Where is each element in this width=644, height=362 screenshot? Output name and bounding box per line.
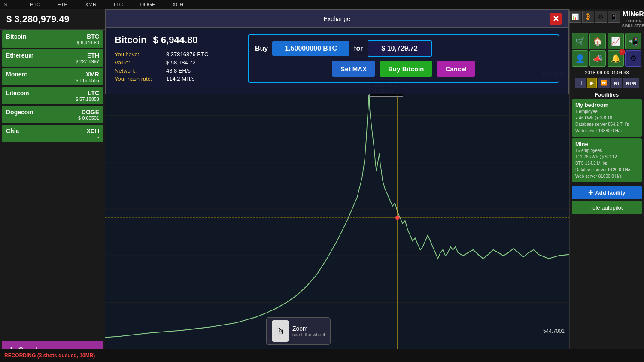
gear-icon: ⚙ [595, 11, 607, 23]
balance-amount: $ 3,280,979.49 [6, 14, 99, 25]
recording-text: RECORDING (3 shots queued, 10MB) [4, 353, 95, 359]
nav-eth[interactable]: ETH [58, 2, 68, 8]
you-have-value: 8.37816876 BTC [166, 51, 208, 58]
bedroom-employees: 1 employee [575, 108, 638, 115]
buy-label: Buy [255, 45, 268, 52]
price-chart [105, 69, 569, 349]
gear-settings-btn[interactable]: ⚙ [625, 50, 641, 67]
garage-icon-btn[interactable]: 🏠 [589, 33, 606, 49]
mine-employees: 16 employees [575, 147, 638, 154]
hash-rate-value: 114.2 MH/s [166, 76, 194, 82]
nav-ltc[interactable]: LTC [114, 2, 123, 8]
right-sidebar: 📊 ₿ ⚙ 📱 CRYPTO MiNeR TYCOON SIMULATOR 🛒 … [569, 0, 644, 362]
mine-power: 111.76 kWh @ $ 0.12 [575, 154, 638, 160]
exchange-header: Exchange ✕ [106, 10, 568, 28]
nav-doge[interactable]: DOGE [140, 2, 155, 8]
logo-icons: 📊 ₿ ⚙ 📱 [569, 11, 620, 23]
crypto-bitcoin[interactable]: Bitcoin BTC $ 6,944.80 [2, 30, 103, 48]
chart-container: 19,074.83 544.7001 [105, 69, 569, 349]
idle-autopilot-button[interactable]: Idle autopilot [572, 201, 642, 214]
cancel-button[interactable]: Cancel [437, 61, 475, 77]
buy-panel: Buy 1.50000000 BTC for $ 10,729.72 Set M… [248, 34, 559, 83]
set-max-button[interactable]: Set MAX [332, 61, 375, 77]
value-label: Value: [115, 59, 162, 66]
fast-forward-button[interactable]: ⏩ [598, 78, 610, 88]
zoom-mouse-icon: 🖱 [272, 320, 289, 342]
speed-controls: ⏸ ▶ ⏩ ⏭ ⏭⏭ [572, 78, 642, 88]
bottom-bar: RECORDING (3 shots queued, 10MB) [0, 349, 644, 362]
value-row: Value: $ 58,184.72 [115, 59, 235, 66]
shop-icon-btn[interactable]: 🛒 [572, 33, 588, 49]
nav-btc[interactable]: BTC [30, 2, 40, 8]
coin-price: $ 6,944.80 [153, 34, 198, 46]
mobile-icon-btn[interactable]: 📲 [625, 33, 641, 49]
notification-badge: 1 [619, 49, 625, 55]
buy-row: Buy 1.50000000 BTC for $ 10,729.72 [255, 40, 552, 57]
chart-icon: 📊 [569, 11, 581, 23]
zoom-subtitle: scroll the wheel [292, 332, 325, 337]
network-label: Network: [115, 67, 162, 74]
settings-icon-btn[interactable]: 🔔 1 [608, 50, 624, 67]
for-label: for [354, 45, 363, 52]
close-button[interactable]: ✕ [550, 13, 562, 25]
person-icon-btn[interactable]: 👤 [572, 50, 588, 67]
datetime-display: 2018-09-06 04:04:33 [572, 70, 642, 75]
balance-display: $ 3,280,979.49 [0, 9, 105, 30]
facility-mine-details: 16 employees 111.76 kWh @ $ 0.12 BTC 114… [575, 147, 638, 179]
bedroom-db: Database server 864.2 TH/s [575, 121, 638, 128]
hash-rate-row: Your hash rate: 114.2 MH/s [115, 76, 235, 82]
nav-balance[interactable]: $ ... [4, 2, 13, 8]
pause-button[interactable]: ⏸ [575, 78, 586, 88]
play-button[interactable]: ▶ [587, 78, 597, 88]
coin-info: Bitcoin $ 6,944.80 You have: 8.37816876 … [115, 34, 235, 83]
exchange-dialog: Exchange ✕ Bitcoin $ 6,944.80 You have: … [105, 9, 569, 94]
chart-bottom-value: 544.7001 [543, 328, 565, 334]
megaphone-icon-btn[interactable]: 📣 [589, 50, 606, 67]
add-facility-button[interactable]: ✚ Add facility [572, 186, 642, 199]
crypto-ethereum[interactable]: Ethereum ETH $ 227.8997 [2, 49, 103, 67]
facility-bedroom-details: 1 employee 7.46 kWh @ $ 0.10 Database se… [575, 108, 638, 134]
zoom-tooltip: 🖱 Zoom scroll the wheel [266, 317, 331, 345]
crypto-chia[interactable]: Chia XCH - [2, 125, 103, 142]
top-nav: $ ... BTC ETH XMR LTC DOGE XCH [0, 0, 644, 9]
coin-name: Bitcoin [115, 34, 147, 46]
you-have-row: You have: 8.37816876 BTC [115, 51, 235, 58]
exchange-body: Bitcoin $ 6,944.80 You have: 8.37816876 … [106, 28, 568, 89]
buy-bitcoin-button[interactable]: Buy Bitcoin [380, 61, 432, 77]
exchange-title: Exchange [125, 15, 550, 22]
usd-amount-display: $ 10,729.72 [368, 40, 432, 57]
left-sidebar: $ 3,280,979.49 Bitcoin BTC $ 6,944.80 Et… [0, 9, 105, 362]
faster-forward-button[interactable]: ⏭ [611, 78, 622, 88]
crypto-dogecoin[interactable]: Dogecoin DOGE $ 0.00501 [2, 106, 103, 123]
network-value: 48.8 EH/s [166, 67, 191, 74]
mine-web: Web server 81600.0 H/s [575, 173, 638, 179]
you-have-label: You have: [115, 51, 162, 58]
action-icons-grid: 🛒 🏠 📈 📲 👤 📣 🔔 1 ⚙ [572, 33, 642, 67]
mine-db: Database server 9120.0 TH/s [575, 167, 638, 173]
network-row: Network: 48.8 EH/s [115, 67, 235, 74]
bedroom-power: 7.46 kWh @ $ 0.10 [575, 115, 638, 121]
btc-amount-input[interactable]: 1.50000000 BTC [272, 41, 349, 56]
mine-btc: BTC 114.2 MH/s [575, 160, 638, 167]
hash-rate-label: Your hash rate: [115, 76, 162, 82]
facility-mine[interactable]: Mine 16 employees 111.76 kWh @ $ 0.12 BT… [572, 138, 642, 182]
nav-xmr[interactable]: XMR [85, 2, 97, 8]
bedroom-web: Web server 16380.0 H/s [575, 128, 638, 134]
plus-icon: ✚ [588, 189, 593, 196]
zoom-text-container: Zoom scroll the wheel [292, 325, 325, 337]
buy-buttons: Set MAX Buy Bitcoin Cancel [255, 61, 552, 77]
btc-chart-icon-btn[interactable]: 📈 [608, 33, 624, 49]
value-value: $ 58,184.72 [166, 59, 196, 66]
fastest-button[interactable]: ⏭⏭ [623, 78, 639, 88]
facility-bedroom-name: My bedroom [575, 102, 638, 108]
crypto-litecoin[interactable]: Litecoin LTC $ 57.18853 [2, 87, 103, 104]
facility-mine-name: Mine [575, 141, 638, 147]
facility-bedroom[interactable]: My bedroom 1 employee 7.46 kWh @ $ 0.10 … [572, 99, 642, 137]
crypto-monero[interactable]: Monero XMR $ 116.5556 [2, 68, 103, 85]
zoom-title: Zoom [292, 325, 325, 332]
svg-point-8 [395, 215, 399, 220]
nav-xch[interactable]: XCH [173, 2, 183, 8]
phone-icon: 📱 [608, 11, 620, 23]
btc-logo-icon: ₿ [582, 11, 594, 23]
facilities-title: Facilities [572, 91, 642, 98]
